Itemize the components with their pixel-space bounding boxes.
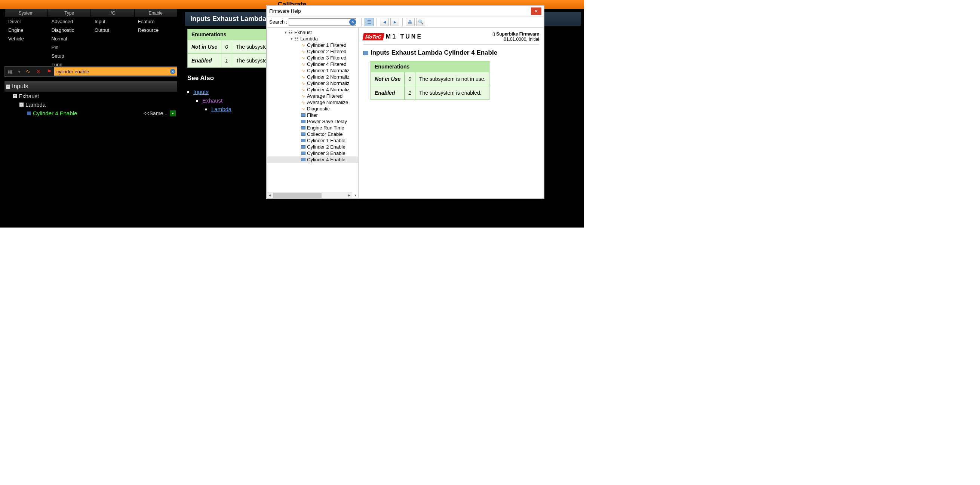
wave-icon: ∿ [301, 81, 306, 86]
param-icon [301, 132, 306, 137]
help-tree[interactable]: ▾ ▼☷Exhaust▼☷Lambda∿Cylinder 1 Filtered∿… [267, 28, 359, 198]
cat-head-type[interactable]: Type [48, 9, 91, 17]
wave-icon: ∿ [301, 56, 306, 60]
help-tree-item[interactable]: ∿Cylinder 1 Normaliz [267, 67, 358, 74]
enum-row: Enabled1The subsystem is enabled. [371, 86, 490, 100]
cat-item[interactable]: Normal [48, 34, 91, 43]
nav-back-icon[interactable]: ◄ [380, 18, 389, 26]
cat-head-io[interactable]: I/O [91, 9, 134, 17]
help-tree-item[interactable]: ∿Cylinder 4 Filtered [267, 61, 358, 67]
tree-root-inputs[interactable]: −Inputs [5, 81, 177, 92]
value-dropdown-icon[interactable]: ▾ [170, 110, 176, 116]
tree-node-exhaust[interactable]: −Exhaust [5, 92, 177, 100]
wave-icon: ∿ [301, 49, 306, 54]
param-icon [301, 113, 306, 118]
help-tree-item[interactable]: ∿Diagnostic [267, 105, 358, 112]
cat-item[interactable]: Advanced [48, 17, 91, 26]
cat-item[interactable]: Pin [48, 43, 91, 52]
help-tree-item[interactable]: Cylinder 2 Enable [267, 144, 358, 150]
cat-head-system[interactable]: System [5, 9, 48, 17]
help-tree-item[interactable]: Engine Run Time [267, 124, 358, 131]
h-scrollbar[interactable]: ◄► [267, 192, 352, 198]
wave-icon: ∿ [301, 62, 306, 67]
cat-item[interactable]: Setup [48, 52, 91, 60]
param-icon [301, 120, 306, 124]
tree-node-lambda[interactable]: −Lambda [5, 100, 177, 109]
param-icon [301, 158, 306, 162]
help-tree-item[interactable]: ∿Cylinder 2 Normaliz [267, 74, 358, 80]
search-input[interactable] [54, 67, 169, 76]
help-clear-search-icon[interactable]: ✕ [349, 19, 356, 26]
folder-icon: ☷ [294, 37, 299, 41]
cat-item[interactable]: Output [91, 26, 134, 34]
help-tree-item[interactable]: Power Save Delay [267, 118, 358, 124]
see-also-link[interactable]: Exhaust [202, 97, 223, 104]
help-content-title: Inputs Exhaust Lambda Cylinder 4 Enable [371, 49, 497, 56]
disable-filter-icon[interactable]: ⊘ [33, 67, 44, 77]
m1tune-logo: M1 TUNE [386, 33, 423, 40]
see-also-link[interactable]: Lambda [211, 106, 231, 112]
cat-item[interactable]: Diagnostic [48, 26, 91, 34]
firmware-name: Superbike Firmware [496, 32, 539, 37]
close-button[interactable]: ✕ [531, 8, 541, 15]
param-icon [301, 126, 306, 130]
scroll-down-icon[interactable]: ▾ [352, 192, 358, 198]
bookmark-icon: ▯ [492, 32, 496, 37]
help-tree-item[interactable]: ∿Cylinder 4 Normaliz [267, 86, 358, 93]
cat-item[interactable]: Input [91, 17, 134, 26]
param-icon [27, 112, 31, 115]
see-also-link[interactable]: Inputs [193, 89, 208, 95]
flag-filter-icon[interactable]: ⚑ [44, 67, 54, 77]
folder-icon: ☷ [288, 30, 293, 35]
help-content: MoTeC M1 TUNE ▯ Superbike Firmware 01.01… [359, 28, 544, 198]
help-tree-item[interactable]: Collector Enable [267, 131, 358, 137]
enum-row: Not in Use0The subsystem [188, 40, 275, 54]
cat-item[interactable]: Resource [134, 26, 178, 34]
help-tree-item[interactable]: Cylinder 4 Enable [267, 156, 358, 163]
wave-icon: ∿ [301, 43, 306, 48]
cat-item[interactable]: Feature [134, 17, 178, 26]
help-tree-item[interactable]: ∿Average Normalize [267, 99, 358, 105]
help-tree-item[interactable]: ∿Cylinder 3 Filtered [267, 55, 358, 61]
wave-icon: ∿ [301, 69, 306, 73]
cat-item[interactable]: Driver [5, 17, 48, 26]
firmware-help-window: Firmware Help ✕ Search : ✕ ☰ ◄ ► 🖶 🔍 ▾ ▼… [267, 6, 544, 198]
cat-item[interactable]: Vehicle [5, 34, 48, 43]
toggle-tree-icon[interactable]: ☰ [364, 18, 374, 26]
wave-icon: ∿ [301, 94, 306, 99]
scroll-left-icon[interactable]: ◄ [267, 193, 273, 198]
view-mode-icon[interactable]: ▦ [5, 67, 15, 77]
param-value: <<Same... [143, 110, 167, 116]
motec-logo: MoTeC [362, 33, 384, 40]
param-icon [301, 145, 306, 149]
scroll-right-icon[interactable]: ► [346, 193, 352, 198]
wave-filter-icon[interactable]: ∿ [23, 67, 33, 77]
enum-header: Enumerations [371, 61, 490, 72]
help-tree-item[interactable]: ▼☷Exhaust [267, 29, 358, 35]
help-tree-item[interactable]: ▼☷Lambda [267, 35, 358, 42]
print-preview-icon[interactable]: 🔍 [416, 18, 425, 26]
help-tree-item[interactable]: Cylinder 1 Enable [267, 137, 358, 144]
param-icon [301, 151, 306, 156]
cat-item[interactable]: Engine [5, 26, 48, 34]
wave-icon: ∿ [301, 88, 306, 92]
wave-icon: ∿ [301, 100, 306, 105]
help-tree-item[interactable]: ∿Cylinder 1 Filtered [267, 42, 358, 48]
tree-leaf-cyl4-enable[interactable]: Cylinder 4 Enable <<Same... ▾ [5, 109, 177, 118]
enum-table: Enumerations Not in Use0The subsystem is… [371, 61, 490, 100]
wave-icon: ∿ [301, 75, 306, 79]
help-tree-item[interactable]: ∿Cylinder 2 Filtered [267, 48, 358, 55]
help-tree-item[interactable]: Cylinder 3 Enable [267, 150, 358, 156]
wave-icon: ∿ [301, 107, 306, 111]
help-search-input[interactable] [289, 18, 356, 26]
enum-row: Not in Use0The subsystem is not in use. [371, 72, 490, 86]
param-icon [363, 51, 368, 55]
nav-forward-icon[interactable]: ► [390, 18, 399, 26]
cat-head-enable[interactable]: Enable [134, 9, 178, 17]
help-tree-item[interactable]: ∿Cylinder 3 Normaliz [267, 80, 358, 86]
help-tree-item[interactable]: Filter [267, 112, 358, 118]
print-icon[interactable]: 🖶 [406, 18, 415, 26]
clear-search-button[interactable]: ✕ [169, 67, 177, 76]
help-tree-item[interactable]: ∿Average Filtered [267, 93, 358, 99]
dropdown-icon[interactable]: ▾ [15, 67, 23, 77]
